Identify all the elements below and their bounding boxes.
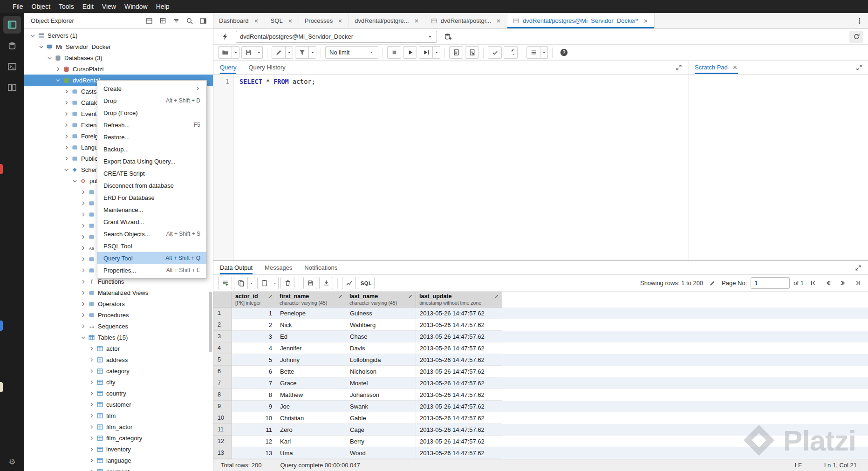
context-menu-item-erd-for-database[interactable]: ERD For Database	[97, 191, 206, 204]
last-page-icon[interactable]	[852, 278, 863, 289]
tree-expand-icon[interactable]	[88, 446, 95, 452]
grid-cell[interactable]: 2013-05-26 14:47:57.62	[416, 342, 502, 354]
connection-select[interactable]: dvdRental/postgres@Mi_Servidor_Docker	[236, 31, 437, 43]
filter-button[interactable]	[295, 46, 316, 59]
grid-cell[interactable]: 5	[232, 354, 276, 366]
tab-processes[interactable]: Processes	[299, 13, 349, 28]
filter-icon[interactable]	[170, 15, 182, 27]
grid-cell[interactable]: 2013-05-26 14:47:57.62	[416, 412, 502, 424]
tree-expand-icon[interactable]	[79, 323, 87, 329]
grid-corner-cell[interactable]	[213, 292, 232, 307]
macros-button[interactable]	[526, 46, 548, 59]
row-number-cell[interactable]: 2	[213, 319, 232, 331]
menu-file[interactable]: File	[8, 0, 27, 13]
expand-icon[interactable]	[856, 64, 862, 71]
grid-cell[interactable]: 9	[232, 401, 276, 412]
tree-collapse-icon[interactable]	[62, 167, 70, 173]
grid-cell[interactable]: Ed	[276, 331, 346, 342]
tree-expand-icon[interactable]	[79, 256, 87, 262]
tree-expand-icon[interactable]	[88, 469, 95, 471]
tree-expand-icon[interactable]	[88, 402, 95, 408]
grid-cell[interactable]: Karl	[276, 436, 346, 447]
tab-scratch-pad[interactable]: Scratch Pad	[695, 61, 738, 74]
grid-cell[interactable]: 2013-05-26 14:47:57.62	[416, 389, 502, 401]
tree-expand-icon[interactable]	[62, 122, 70, 128]
grid-cell[interactable]: 13	[232, 447, 276, 459]
tree-expand-icon[interactable]	[79, 245, 87, 251]
tree-item-databases-3[interactable]: Databases (3)	[24, 52, 213, 63]
save-caret-icon[interactable]	[255, 46, 263, 59]
tree-expand-icon[interactable]	[88, 435, 95, 441]
scratch-pad-body[interactable]	[689, 75, 868, 260]
tree-expand-icon[interactable]	[88, 379, 95, 385]
tree-item-materialized-views[interactable]: Materialized Views	[24, 287, 213, 298]
tree-item-film-category[interactable]: film_category	[24, 432, 213, 444]
context-menu-item-drop[interactable]: DropAlt + Shift + D	[97, 95, 206, 107]
edit-caret-icon[interactable]	[286, 46, 293, 59]
menu-tools[interactable]: Tools	[55, 0, 78, 13]
context-menu-item-create-script[interactable]: CREATE Script	[97, 167, 206, 179]
tree-expand-icon[interactable]	[79, 267, 87, 273]
open-file-button[interactable]	[218, 46, 239, 59]
execute-script-icon[interactable]	[419, 46, 433, 59]
menu-view[interactable]: View	[98, 0, 120, 13]
eol-indicator[interactable]: LF	[795, 462, 802, 469]
row-number-cell[interactable]: 7	[213, 377, 232, 389]
grid-cell[interactable]: 11	[232, 424, 276, 436]
tree-expand-icon[interactable]	[79, 189, 87, 195]
grid-cell[interactable]: Guiness	[346, 307, 416, 319]
tree-item-film-actor[interactable]: film_actor	[24, 421, 213, 432]
row-number-cell[interactable]: 13	[213, 447, 232, 459]
tree-item-customer[interactable]: customer	[24, 399, 213, 410]
tree-item-sequences[interactable]: 1.3Sequences	[24, 321, 213, 332]
tab-dvdrental-postgr[interactable]: dvdRental/postgr...	[425, 13, 507, 28]
tree-expand-icon[interactable]	[62, 156, 70, 162]
explain-button[interactable]	[449, 46, 463, 59]
delete-row-button[interactable]	[280, 277, 294, 289]
tab-data-output[interactable]: Data Output	[220, 261, 253, 274]
grid-cell[interactable]: Joe	[276, 401, 346, 412]
grid-cell[interactable]: Cage	[346, 424, 416, 436]
row-number-cell[interactable]: 10	[213, 412, 232, 424]
row-number-cell[interactable]: 5	[213, 354, 232, 366]
row-number-cell[interactable]: 9	[213, 401, 232, 412]
row-number-cell[interactable]: 1	[213, 307, 232, 319]
first-page-icon[interactable]	[807, 278, 819, 289]
tab-messages[interactable]: Messages	[265, 261, 292, 274]
tree-item-actor[interactable]: actor	[24, 343, 213, 354]
context-menu-item-query-tool[interactable]: Query ToolAlt + Shift + Q	[97, 252, 206, 264]
grid-cell[interactable]: 2013-05-26 14:47:57.62	[416, 366, 502, 377]
tree-expand-icon[interactable]	[88, 357, 95, 363]
grid-cell[interactable]: Wood	[346, 447, 416, 459]
pencil-icon[interactable]	[494, 294, 499, 299]
grid-cell[interactable]: 2013-05-26 14:47:57.62	[416, 319, 502, 331]
grid-cell[interactable]: 2013-05-26 14:47:57.62	[416, 307, 502, 319]
tree-item-film[interactable]: film	[24, 410, 213, 421]
grid-cell[interactable]: Penelope	[276, 307, 346, 319]
close-icon[interactable]	[732, 64, 738, 70]
tree-collapse-icon[interactable]	[79, 334, 87, 341]
folder-open-icon[interactable]	[218, 46, 232, 59]
grid-cell[interactable]: Johansson	[346, 389, 416, 401]
context-menu-item-drop-force[interactable]: Drop (Force)	[97, 107, 206, 119]
menu-help[interactable]: Help	[152, 0, 174, 13]
tree-expand-icon[interactable]	[88, 368, 95, 374]
copy-caret-icon[interactable]	[248, 277, 255, 289]
save-file-button[interactable]	[241, 46, 263, 59]
grid-cell[interactable]: 6	[232, 366, 276, 377]
close-icon[interactable]	[337, 18, 343, 24]
grid-cell[interactable]: Jennifer	[276, 342, 346, 354]
grid-cell[interactable]: 2013-05-26 14:47:57.62	[416, 424, 502, 436]
tree-expand-icon[interactable]	[62, 133, 70, 139]
tree-expand-icon[interactable]	[79, 200, 87, 206]
column-header-actor-id[interactable]: actor_id[PK] integer	[232, 292, 276, 307]
column-header-last-name[interactable]: last_namecharacter varying (45)	[346, 292, 416, 307]
grid-cell[interactable]: 2013-05-26 14:47:57.62	[416, 401, 502, 412]
context-menu-item-grant-wizard[interactable]: Grant Wizard...	[97, 216, 206, 228]
execute-query-button[interactable]	[403, 46, 417, 59]
pencil-icon[interactable]	[272, 46, 286, 59]
grid-cell[interactable]: 2013-05-26 14:47:57.62	[416, 354, 502, 366]
tab-notifications[interactable]: Notifications	[304, 261, 337, 274]
close-icon[interactable]	[414, 18, 419, 24]
list-icon[interactable]	[526, 46, 540, 59]
